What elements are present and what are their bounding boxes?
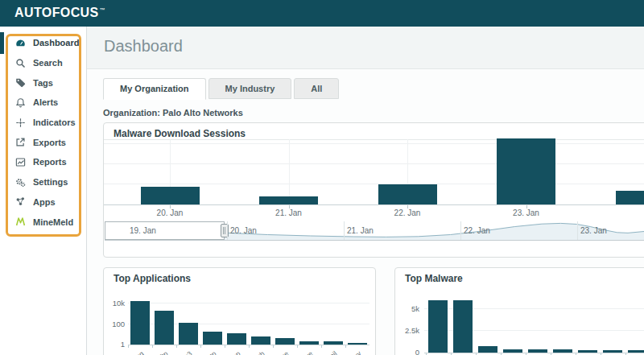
sidebar-item-label: Indicators (33, 118, 76, 127)
x-tick (200, 345, 201, 348)
top-applications-bar[interactable] (227, 333, 246, 345)
indicators-icon (15, 118, 26, 128)
top-applications-bar[interactable] (348, 343, 367, 345)
x-tick (273, 345, 274, 348)
x-tick (321, 345, 322, 348)
malware-sessions-title: Malware Download Sessions (114, 128, 246, 139)
sidebar-item-reports[interactable]: Reports (0, 152, 86, 172)
top-applications-bar[interactable] (251, 336, 270, 345)
dashboard-icon (15, 38, 26, 48)
alerts-icon (15, 97, 26, 108)
v-gridline (289, 139, 290, 204)
reports-icon (15, 157, 26, 167)
sidebar-item-exports[interactable]: Exports (0, 132, 86, 152)
minemeld-icon (15, 217, 26, 227)
top-malware-bar[interactable] (578, 350, 597, 353)
sidebar-item-label: Alerts (33, 97, 58, 107)
top-malware-bar[interactable] (453, 300, 473, 353)
page-title: Dashboard (104, 37, 183, 56)
session-bar[interactable] (497, 138, 555, 204)
sidebar-item-apps[interactable]: Apps (0, 192, 86, 213)
h-gridline (104, 163, 644, 164)
timeline-gridline (577, 221, 578, 240)
timeline-scrubber[interactable]: 19. Jan20. Jan21. Jan22. Jan23. Jan (105, 221, 644, 241)
sidebar-item-label: Apps (33, 197, 56, 207)
sidebar-item-label: Settings (33, 177, 68, 187)
y-tick-label: 5k (395, 304, 419, 313)
timeline-label: 19. Jan (130, 226, 156, 235)
timeline-gridline (460, 221, 461, 240)
sidebar-item-dashboard[interactable]: Dashboard (0, 33, 86, 53)
x-tick (176, 345, 177, 348)
x-tick (297, 345, 298, 348)
sidebar-item-label: Dashboard (33, 38, 79, 47)
malware-sessions-panel: Malware Download Sessions 20. Jan21. Jan… (103, 122, 644, 258)
top-applications-bar[interactable] (130, 301, 150, 345)
top-malware-panel: Top Malware 5k2.5k0 (394, 267, 644, 355)
sidebar-item-label: Exports (33, 138, 66, 147)
x-tick-label: 23. Jan (494, 208, 559, 217)
h-gridline (128, 303, 369, 303)
y-tick-label: 0 (395, 348, 419, 355)
exports-icon (15, 137, 26, 147)
apps-icon (15, 196, 26, 207)
sidebar-item-label: Reports (33, 157, 67, 167)
top-applications-bar[interactable] (179, 323, 198, 345)
top-applications-bar[interactable] (275, 338, 295, 345)
timeline-unselected-region[interactable] (105, 221, 225, 240)
app-header: AUTOFOCUS™ (0, 0, 644, 27)
tab-all[interactable]: All (294, 78, 339, 99)
tags-icon (15, 77, 26, 88)
top-applications-bar[interactable] (299, 341, 319, 345)
autofocus-logo: AUTOFOCUS™ (14, 6, 105, 20)
top-malware-bar[interactable] (553, 349, 572, 353)
sidebar: DashboardSearchTagsAlertsIndicatorsExpor… (0, 27, 87, 355)
sidebar-menu: DashboardSearchTagsAlertsIndicatorsExpor… (0, 33, 86, 232)
top-applications-bar[interactable] (203, 332, 222, 345)
sidebar-item-search[interactable]: Search (0, 53, 86, 73)
trademark-symbol: ™ (100, 7, 105, 13)
y-tick-label: 100 (104, 320, 125, 328)
top-malware-bar[interactable] (628, 350, 644, 353)
top-malware-bar[interactable] (528, 349, 547, 353)
tab-my-industry[interactable]: My Industry (208, 78, 292, 99)
malware-sessions-chart (104, 139, 644, 205)
top-malware-bar[interactable] (428, 300, 448, 353)
x-tick (249, 345, 250, 348)
y-tick-label: 10k (104, 299, 125, 308)
top-malware-bar[interactable] (503, 349, 522, 353)
top-malware-chart (424, 297, 644, 353)
top-malware-bar[interactable] (603, 350, 622, 353)
x-tick-label: 20. Jan (138, 208, 202, 217)
session-bar[interactable] (378, 184, 437, 204)
h-gridline (104, 184, 644, 184)
session-bar[interactable] (141, 187, 200, 204)
session-bar[interactable] (616, 191, 644, 204)
sidebar-item-minemeld[interactable]: MineMeld (0, 212, 86, 232)
top-applications-title: Top Applications (114, 273, 191, 284)
top-applications-bar[interactable] (155, 311, 174, 345)
y-tick-label: 1 (104, 340, 125, 349)
top-malware-title: Top Malware (405, 273, 463, 284)
x-tick (152, 345, 153, 348)
h-gridline (104, 143, 644, 144)
timeline-label: 23. Jan (580, 226, 607, 235)
session-bar[interactable] (259, 196, 318, 205)
page-title-bar: Dashboard (86, 27, 644, 69)
sidebar-item-indicators[interactable]: Indicators (0, 113, 86, 133)
tab-my-organization[interactable]: My Organization (103, 78, 206, 100)
x-tick-label: web-browsing (105, 349, 146, 355)
x-tick-label: 21. Jan (257, 208, 321, 217)
sidebar-item-settings[interactable]: Settings (0, 172, 86, 192)
x-tick (225, 345, 225, 348)
sidebar-item-label: Tags (33, 78, 53, 88)
sidebar-item-alerts[interactable]: Alerts (0, 93, 86, 113)
timeline-label: 20. Jan (230, 226, 257, 235)
top-applications-bar[interactable] (324, 341, 343, 345)
sidebar-item-tags[interactable]: Tags (0, 72, 86, 93)
x-tick (345, 345, 346, 348)
timeline-gridline (227, 221, 228, 240)
top-malware-bar[interactable] (478, 346, 497, 353)
sidebar-item-label: MineMeld (33, 217, 73, 227)
x-tick-label: 22. Jan (375, 208, 440, 217)
